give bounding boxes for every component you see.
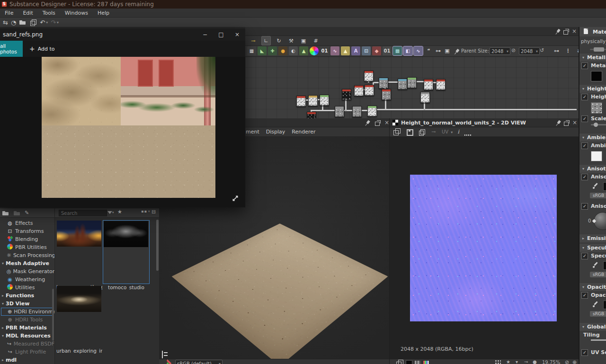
graph-node[interactable] — [335, 106, 344, 117]
srgb-chip[interactable]: sRGB — [590, 272, 606, 277]
graph-node[interactable] — [379, 78, 388, 89]
hdri-thumbnail-cell[interactable]: terrace_near_the_gra... — [56, 220, 102, 283]
pin-comment-icon[interactable] — [452, 46, 461, 55]
library-section-pbr-materials[interactable]: ▸PBR Materials — [0, 324, 54, 332]
ruler-icon[interactable]: ⊸ — [524, 359, 528, 364]
save-icon[interactable] — [406, 128, 413, 136]
graph-node[interactable] — [382, 89, 391, 100]
float-icon[interactable] — [562, 119, 570, 126]
parent-width-dropdown[interactable]: 2048▾ — [490, 47, 510, 55]
hdri-thumbnail-cell[interactable]: urban_exploring_inte... — [56, 285, 102, 348]
connector-dot-icon[interactable]: ⊸ — [249, 36, 258, 45]
property-checkbox[interactable]: ✓ — [581, 94, 588, 100]
color-swatch[interactable] — [591, 71, 602, 81]
library-item[interactable]: ↪Light Profile — [0, 348, 54, 356]
tools-icon[interactable]: ⚒ — [287, 36, 295, 45]
stack-nodes-icon[interactable]: ⋮ — [563, 46, 572, 55]
eyedropper-icon[interactable] — [592, 301, 599, 308]
fit-view-icon[interactable]: ★ — [506, 359, 510, 364]
background-black-swatch[interactable] — [406, 360, 412, 364]
property-section-anisotr[interactable]: ▾Anisotr — [579, 164, 606, 173]
reference-photo-gravel[interactable] — [42, 125, 215, 198]
hsl-node-icon[interactable]: ∿ — [330, 46, 339, 55]
gradient-node-icon[interactable]: ◐ — [289, 46, 298, 55]
property-checkbox[interactable]: ✓ — [581, 203, 588, 210]
library-item[interactable]: ◍Effects — [0, 219, 54, 227]
levels-node-icon[interactable]: ◧ — [403, 46, 412, 55]
filter-funnel-icon[interactable] — [107, 210, 115, 217]
no-filter-icon[interactable]: ⊘ — [565, 359, 569, 364]
library-section-mdl-resources[interactable]: ▾MDL Resources — [0, 332, 54, 340]
library-item[interactable]: ↪Measured BSDF — [0, 340, 54, 348]
open-folder-icon[interactable] — [19, 18, 27, 26]
texture-swatch[interactable] — [591, 102, 602, 114]
view-2d-canvas[interactable]: 2048 x 2048 (RGBA, 16bpc) — [390, 137, 579, 359]
switch-node-icon[interactable]: 01 — [383, 46, 392, 55]
dot-icon[interactable]: ● — [533, 359, 537, 364]
property-slider[interactable] — [591, 339, 606, 341]
dot-node-icon[interactable]: ⊶ — [434, 46, 443, 55]
menu-windows[interactable]: Windows — [60, 9, 93, 17]
save-all-icon[interactable] — [29, 18, 37, 26]
graph-node[interactable] — [364, 71, 374, 82]
graph-node[interactable] — [367, 106, 377, 117]
rgba-channels-icon[interactable] — [423, 360, 429, 364]
hdri-thumbnail-cell[interactable]: tomoco_studio — [103, 220, 150, 284]
view3d-menu-renderer[interactable]: Renderer — [292, 129, 315, 135]
background-columns-swatch[interactable] — [414, 360, 421, 364]
library-scrollbar[interactable] — [52, 289, 54, 341]
property-checkbox[interactable]: ✓ — [581, 62, 588, 69]
scene-tree-icon[interactable] — [162, 351, 170, 358]
reference-photo-building[interactable] — [121, 57, 215, 127]
eyedropper-icon[interactable] — [592, 182, 599, 190]
srgb-chip[interactable]: sRGB — [590, 311, 606, 317]
grayscale-conversion-icon[interactable]: 01 — [320, 46, 329, 55]
new-substance-icon[interactable]: ⇆ — [3, 19, 8, 26]
graph-node[interactable] — [407, 77, 417, 89]
property-checkbox[interactable]: ✓ — [581, 349, 588, 356]
curve-node-icon[interactable]: ▲ — [299, 46, 308, 55]
library-item[interactable]: ⊡Transforms — [0, 227, 54, 235]
graph-node[interactable] — [420, 92, 430, 103]
close-icon[interactable]: × — [570, 27, 579, 35]
redo-icon[interactable]: ↷▾ — [51, 19, 59, 26]
slider-handle[interactable] — [594, 47, 604, 52]
view3d-menu-ment[interactable]: ment — [246, 129, 259, 135]
color-field[interactable] — [603, 301, 606, 309]
add-to-button[interactable]: Add to — [38, 46, 55, 52]
reset-size-icon[interactable]: ↺ — [540, 47, 544, 53]
library-item[interactable]: Utilities — [0, 284, 54, 292]
color-swatch[interactable] — [591, 151, 602, 161]
angle-dial[interactable] — [594, 212, 606, 230]
hdri-scrollbar[interactable] — [156, 220, 159, 271]
link-node-icon[interactable]: ⊸ — [430, 128, 437, 136]
new-package-icon[interactable]: ◔ — [11, 19, 16, 26]
property-checkbox[interactable]: ✓ — [581, 253, 588, 259]
color-field[interactable] — [603, 182, 606, 191]
float-icon[interactable] — [561, 27, 570, 35]
transform-node-icon[interactable]: ⊡ — [362, 46, 371, 55]
maximize-icon[interactable]: □ — [213, 28, 229, 41]
menu-edit[interactable]: Edit — [18, 9, 37, 17]
photos-titlebar[interactable]: sand_refs.png − □ × — [0, 28, 245, 41]
link-size-icon[interactable]: ⊘ — [511, 47, 516, 53]
svg-node-icon[interactable]: ◣ — [258, 46, 267, 55]
library-item[interactable]: ⊕HDRI Tools — [0, 316, 54, 324]
focus-node-icon[interactable]: ▣ — [299, 36, 308, 45]
graph-node[interactable] — [398, 79, 407, 90]
see-all-photos-button[interactable]: all photos — [0, 41, 23, 57]
slider-knob[interactable] — [594, 123, 598, 127]
text-node-icon[interactable]: A — [351, 46, 360, 55]
minimize-icon[interactable]: − — [197, 28, 213, 41]
elbow-connector-icon[interactable]: ∟ — [261, 36, 271, 45]
folder-icon[interactable] — [13, 209, 21, 217]
bitmap-node-icon[interactable]: ▦ — [247, 46, 256, 55]
property-checkbox[interactable]: ✓ — [581, 142, 588, 149]
frame-icon[interactable]: # — [312, 36, 320, 45]
parent-height-dropdown[interactable]: 2048▾ — [519, 47, 540, 55]
graph-node[interactable] — [308, 95, 318, 107]
pin-icon[interactable] — [363, 119, 371, 126]
graph-canvas[interactable] — [245, 57, 579, 119]
color-wheel-icon[interactable] — [310, 46, 319, 55]
tile-grid-icon[interactable] — [495, 360, 501, 364]
